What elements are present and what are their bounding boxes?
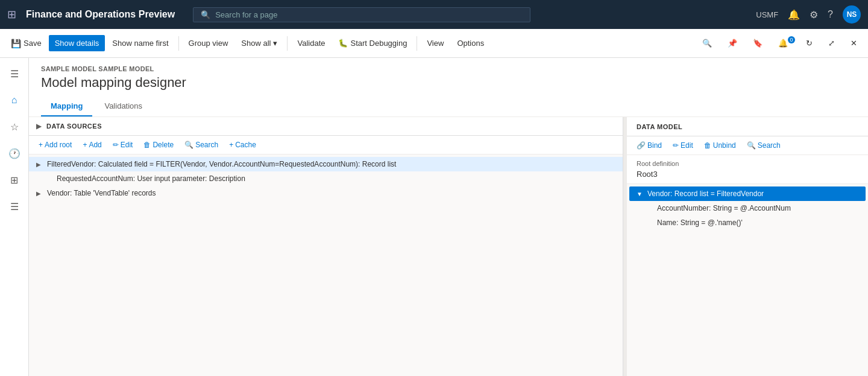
settings-icon[interactable]: ⚙: [810, 9, 818, 21]
add-root-icon: +: [39, 141, 43, 149]
options-button[interactable]: Options: [451, 35, 490, 51]
tree-item-filtered-vendor[interactable]: ▶ FilteredVendor: Calculated field = FIL…: [29, 157, 623, 171]
group-view-button[interactable]: Group view: [183, 35, 234, 51]
main-toolbar: 💾 Save Show details Show name first Grou…: [0, 29, 868, 58]
show-all-button[interactable]: Show all ▾: [235, 35, 283, 51]
bind-button[interactable]: 🔗 Bind: [632, 139, 667, 152]
data-model-toolbar: 🔗 Bind ✏ Edit 🗑 Unbind 🔍 Search: [627, 136, 868, 155]
badge-button[interactable]: 🔔0: [772, 35, 796, 51]
toolbar-separator-1: [178, 36, 179, 51]
open-new-button[interactable]: ⤢: [822, 35, 841, 51]
search-toolbar-button[interactable]: 🔍: [696, 35, 718, 51]
cache-button[interactable]: + Cache: [224, 138, 261, 151]
root-definition-label: Root definition: [637, 160, 858, 167]
edit-button[interactable]: ✏ Edit: [108, 138, 138, 151]
expand-icon-3: ▶: [36, 190, 45, 197]
data-sources-tree: ▶ FilteredVendor: Calculated field = FIL…: [29, 155, 623, 376]
dm-edit-button[interactable]: ✏ Edit: [668, 139, 698, 152]
bookmark-button[interactable]: 🔖: [747, 35, 769, 51]
dm-tree-item-name[interactable]: Name: String = @.'name()': [627, 215, 868, 230]
page-header: SAMPLE MODEL SAMPLE MODEL Model mapping …: [29, 58, 868, 117]
tab-mapping[interactable]: Mapping: [41, 97, 92, 116]
start-debugging-button[interactable]: 🐛 Start Debugging: [332, 35, 413, 51]
search-icon: 🔍: [184, 141, 193, 149]
data-sources-toolbar: + Add root + Add ✏ Edit 🗑 Delete: [29, 136, 623, 155]
search-button[interactable]: 🔍 Search: [180, 138, 223, 151]
refresh-button[interactable]: ↻: [800, 35, 819, 51]
edit-icon: ✏: [113, 141, 119, 149]
tree-item-vendor[interactable]: ▶ Vendor: Table 'VendTable' records: [29, 186, 623, 200]
toolbar-search-icon: 🔍: [702, 39, 712, 48]
cache-icon: +: [229, 141, 233, 149]
company-label[interactable]: USMF: [756, 10, 778, 19]
data-model-tree: ▼ Vendor: Record list = FilteredVendor A…: [627, 184, 868, 376]
top-navigation: ⊞ Finance and Operations Preview 🔍 Searc…: [0, 0, 868, 29]
dm-search-icon: 🔍: [747, 141, 756, 150]
expand-icon: ▶: [36, 161, 45, 168]
search-placeholder: Search for a page: [215, 10, 277, 19]
dm-tree-item-vendor-record[interactable]: ▼ Vendor: Record list = FilteredVendor: [629, 186, 866, 201]
data-sources-header: ▶ DATA SOURCES: [29, 117, 623, 136]
unbind-icon: 🗑: [704, 141, 711, 150]
data-sources-panel: ▶ DATA SOURCES + Add root + Add ✏ Edit: [29, 117, 623, 376]
tree-item-requested-account[interactable]: RequestedAccountNum: User input paramete…: [29, 171, 623, 186]
page-title: Model mapping designer: [41, 75, 856, 91]
add-icon: +: [83, 141, 87, 149]
main-layout: ☰ ⌂ ☆ 🕐 ⊞ ☰ SAMPLE MODEL SAMPLE MODEL Mo…: [0, 58, 868, 376]
left-sidebar: ☰ ⌂ ☆ 🕐 ⊞ ☰: [0, 58, 29, 376]
dm-tree-item-account-number[interactable]: AccountNumber: String = @.AccountNum: [627, 201, 868, 215]
search-icon: 🔍: [201, 10, 210, 19]
panel-area: ▶ DATA SOURCES + Add root + Add ✏ Edit: [29, 117, 868, 376]
bind-icon: 🔗: [637, 141, 646, 150]
global-search-bar[interactable]: 🔍 Search for a page: [193, 7, 530, 22]
sidebar-favorites-icon[interactable]: ☆: [4, 116, 25, 138]
sidebar-modules-icon[interactable]: ☰: [4, 196, 25, 217]
tab-bar: Mapping Validations: [41, 97, 856, 116]
unbind-button[interactable]: 🗑 Unbind: [699, 139, 741, 152]
data-model-panel: DATA MODEL 🔗 Bind ✏ Edit 🗑 Unbind: [627, 117, 868, 376]
help-icon[interactable]: ?: [828, 9, 833, 20]
add-button[interactable]: + Add: [78, 138, 106, 151]
dm-search-button[interactable]: 🔍 Search: [742, 139, 785, 152]
toolbar-separator-2: [287, 36, 288, 51]
data-model-header: DATA MODEL: [627, 117, 868, 136]
collapse-icon[interactable]: ▶: [36, 122, 42, 130]
app-title: Finance and Operations Preview: [26, 9, 175, 20]
show-details-button[interactable]: Show details: [49, 35, 105, 51]
show-all-dropdown-icon: ▾: [273, 39, 277, 48]
app-grid-icon[interactable]: ⊞: [7, 8, 16, 21]
content-area: SAMPLE MODEL SAMPLE MODEL Model mapping …: [29, 58, 868, 376]
user-avatar[interactable]: NS: [843, 5, 861, 24]
data-sources-title: DATA SOURCES: [46, 123, 102, 130]
save-button[interactable]: 💾 Save: [5, 35, 48, 52]
toolbar-separator-3: [417, 36, 417, 51]
data-model-title: DATA MODEL: [637, 123, 682, 130]
close-button[interactable]: ✕: [844, 35, 863, 51]
delete-button[interactable]: 🗑 Delete: [139, 138, 178, 151]
notification-icon[interactable]: 🔔: [788, 9, 800, 21]
sidebar-workspace-icon[interactable]: ⊞: [4, 169, 25, 191]
save-icon: 💾: [11, 39, 21, 48]
delete-icon: 🗑: [143, 141, 151, 149]
sidebar-menu-icon[interactable]: ☰: [4, 63, 25, 84]
root-definition-area: Root definition Root3: [627, 155, 868, 184]
breadcrumb: SAMPLE MODEL SAMPLE MODEL: [41, 65, 856, 72]
root-definition-value: Root3: [637, 170, 858, 179]
dm-edit-icon: ✏: [673, 141, 679, 150]
debug-icon: 🐛: [338, 39, 348, 48]
sidebar-home-icon[interactable]: ⌂: [4, 89, 25, 111]
dm-expand-icon: ▼: [637, 191, 645, 197]
pin-button[interactable]: 📌: [722, 35, 743, 51]
add-root-button[interactable]: + Add root: [34, 138, 77, 151]
view-button[interactable]: View: [421, 35, 450, 51]
validate-button[interactable]: Validate: [291, 35, 331, 51]
tab-validations[interactable]: Validations: [95, 97, 152, 116]
sidebar-recent-icon[interactable]: 🕐: [4, 142, 25, 164]
show-name-first-button[interactable]: Show name first: [106, 35, 174, 51]
top-nav-right: USMF 🔔 ⚙ ? NS: [756, 5, 861, 24]
